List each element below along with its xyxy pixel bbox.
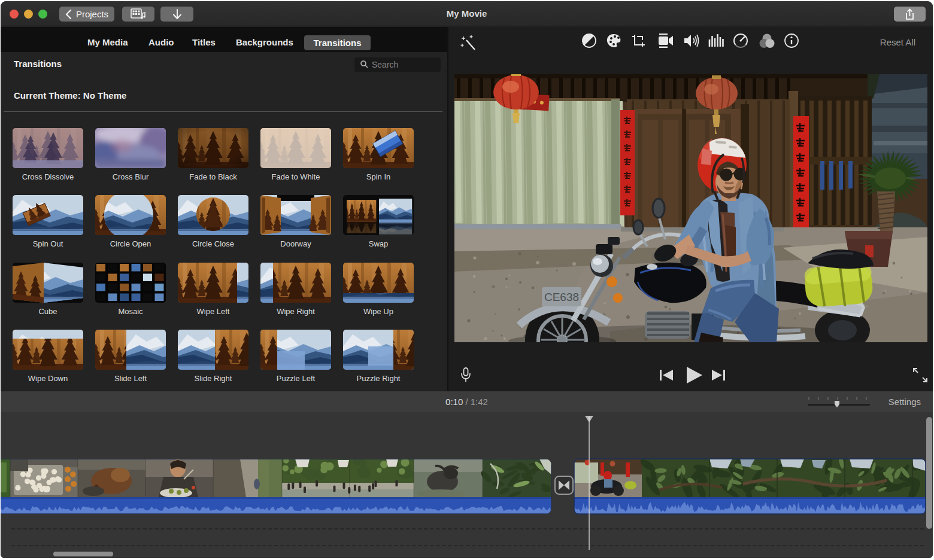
svg-text:CE638: CE638	[544, 291, 579, 303]
